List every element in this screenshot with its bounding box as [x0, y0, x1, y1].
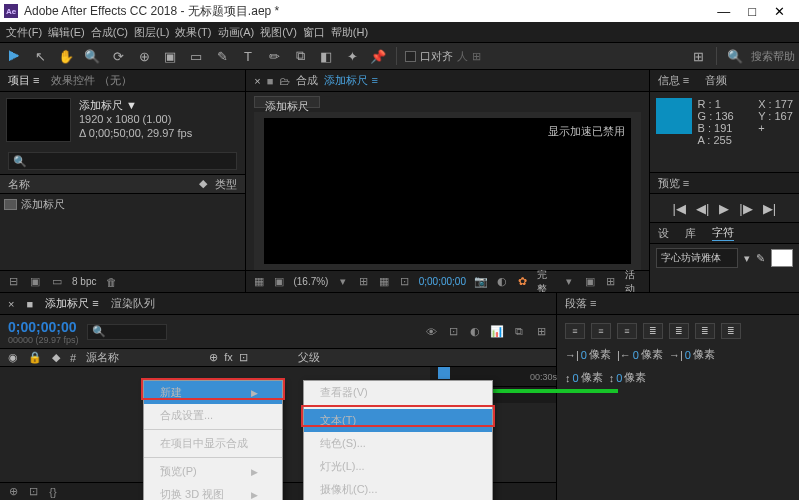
new-folder-icon[interactable]: ▣ [28, 275, 42, 289]
lock-icon[interactable]: ■ [267, 75, 274, 87]
project-search[interactable]: 🔍 [8, 152, 237, 170]
comp-subtab[interactable]: 添加标尺 [254, 96, 320, 108]
quality-dd-icon[interactable]: ▾ [563, 275, 576, 289]
tl-draft3d-icon[interactable]: ⧉ [512, 325, 526, 339]
tl-graph-icon[interactable]: 📊 [490, 325, 504, 339]
timeline-search[interactable]: 🔍 [87, 324, 167, 340]
tab-audio[interactable]: 音频 [705, 73, 727, 88]
justify-all-icon[interactable]: ≣ [721, 323, 741, 339]
ctx-show-in-project[interactable]: 在项目中显示合成 [144, 432, 282, 455]
tl-frame-blend-icon[interactable]: ⊡ [446, 325, 460, 339]
workspace-icon[interactable]: ⊞ [688, 46, 708, 66]
mask-icon[interactable]: ▣ [273, 275, 286, 289]
label-col-icon[interactable]: ◆ [52, 351, 60, 364]
menu-composition[interactable]: 合成(C) [91, 25, 128, 40]
tl-close-icon[interactable]: × [8, 298, 14, 310]
ctx-viewer[interactable]: 查看器(V) [304, 381, 492, 404]
text-tool-icon[interactable]: T [238, 46, 258, 66]
eye-col-icon[interactable]: ◉ [8, 351, 18, 364]
ctx-comp-settings[interactable]: 合成设置... [144, 404, 282, 427]
layer-toggle-icon[interactable]: × [254, 75, 260, 87]
grid-icon[interactable]: ▦ [378, 275, 391, 289]
lock-col-icon[interactable]: 🔒 [28, 351, 42, 364]
puppet-tool-icon[interactable]: 📌 [368, 46, 388, 66]
snap-toggle[interactable]: 口对齐 人 ⊞ [405, 49, 481, 64]
ctx-switch-3d[interactable]: 切换 3D 视图▶ [144, 483, 282, 500]
bpc-label[interactable]: 8 bpc [72, 276, 96, 287]
roto-tool-icon[interactable]: ✦ [342, 46, 362, 66]
clone-tool-icon[interactable]: ⧉ [290, 46, 310, 66]
project-row[interactable]: 添加标尺 [0, 194, 245, 214]
snap-sub1-icon[interactable]: 人 [457, 49, 468, 64]
tab-library[interactable]: 库 [685, 226, 696, 241]
tab-project[interactable]: 项目 ≡ [8, 73, 39, 88]
menu-effect[interactable]: 效果(T) [175, 25, 211, 40]
indent-first[interactable]: |←0像素 [617, 347, 663, 362]
menu-window[interactable]: 窗口 [303, 25, 325, 40]
font-dd-icon[interactable]: ▾ [744, 252, 750, 265]
fx-col-icon[interactable]: fx [224, 351, 233, 364]
delete-icon[interactable]: 🗑 [104, 275, 118, 289]
toggle-modes-icon[interactable]: ⊡ [26, 485, 40, 499]
ctx-light[interactable]: 灯光(L)... [304, 455, 492, 478]
fill-color[interactable] [771, 249, 793, 267]
source-name-col[interactable]: 源名称 [86, 350, 119, 365]
tl-tab-render[interactable]: 渲染队列 [111, 296, 155, 311]
show-snapshot-icon[interactable]: ◐ [496, 275, 509, 289]
align-left-icon[interactable]: ≡ [565, 323, 585, 339]
align-center-icon[interactable]: ≡ [591, 323, 611, 339]
align-right-icon[interactable]: ≡ [617, 323, 637, 339]
snap-sub2-icon[interactable]: ⊞ [472, 50, 481, 63]
font-select[interactable]: 字心坊诗雅体 [656, 248, 738, 268]
ctx-text[interactable]: 文本(T) [304, 409, 492, 432]
brush-tool-icon[interactable]: ✏ [264, 46, 284, 66]
tab-character[interactable]: 字符 [712, 225, 734, 241]
menu-view[interactable]: 视图(V) [260, 25, 297, 40]
anchor-tool-icon[interactable]: ▣ [160, 46, 180, 66]
space-before[interactable]: ↕0像素 [565, 370, 603, 385]
justify-left-icon[interactable]: ≣ [643, 323, 663, 339]
hand-tool-icon[interactable]: ✋ [56, 46, 76, 66]
minimize-button[interactable]: — [717, 4, 730, 19]
justify-right-icon[interactable]: ≣ [695, 323, 715, 339]
toggle-in-out-icon[interactable]: {} [46, 485, 60, 499]
menu-file[interactable]: 文件(F) [6, 25, 42, 40]
orbit-tool-icon[interactable]: ⟳ [108, 46, 128, 66]
trans-grid-icon[interactable]: ⊞ [604, 275, 617, 289]
ctx-solid[interactable]: 纯色(S)... [304, 432, 492, 455]
last-frame-icon[interactable]: ▶| [763, 201, 776, 216]
selection-tool-icon[interactable]: ↖ [30, 46, 50, 66]
indent-right[interactable]: →|0像素 [669, 347, 715, 362]
ctx-new[interactable]: 新建▶ [144, 381, 282, 404]
toggle-switches-icon[interactable]: ⊕ [6, 485, 20, 499]
eyedropper-icon[interactable]: ✎ [756, 252, 765, 265]
snapshot-icon[interactable]: 📷 [474, 275, 488, 289]
menu-edit[interactable]: 编辑(E) [48, 25, 85, 40]
menu-help[interactable]: 帮助(H) [331, 25, 368, 40]
eraser-tool-icon[interactable]: ◧ [316, 46, 336, 66]
first-frame-icon[interactable]: |◀ [673, 201, 686, 216]
maximize-button[interactable]: □ [748, 4, 756, 19]
tl-collapse-icon[interactable]: ⊞ [534, 325, 548, 339]
tl-shy-icon[interactable]: 👁 [424, 325, 438, 339]
viewer-time[interactable]: 0;00;00;00 [419, 276, 466, 287]
timeline-timecode[interactable]: 0;00;00;00 [8, 319, 79, 335]
tl-motion-blur-icon[interactable]: ◐ [468, 325, 482, 339]
guides-icon[interactable]: ⊞ [357, 275, 370, 289]
alpha-icon[interactable]: ▦ [252, 275, 265, 289]
tab-info[interactable]: 信息 ≡ [658, 73, 689, 88]
project-col-type[interactable]: 类型 [215, 177, 237, 192]
interpret-icon[interactable]: ⊟ [6, 275, 20, 289]
color-mgmt-icon[interactable]: ✿ [517, 275, 530, 289]
close-button[interactable]: ✕ [774, 4, 785, 19]
justify-center-icon[interactable]: ≣ [669, 323, 689, 339]
ctx-camera[interactable]: 摄像机(C)... [304, 478, 492, 500]
playhead-icon[interactable] [438, 367, 450, 379]
pen-tool-icon[interactable]: ✎ [212, 46, 232, 66]
indent-left[interactable]: →|0像素 [565, 347, 611, 362]
menu-animation[interactable]: 动画(A) [218, 25, 255, 40]
tag-icon[interactable]: ◆ [199, 177, 207, 192]
menu-layer[interactable]: 图层(L) [134, 25, 169, 40]
space-after[interactable]: ↕0像素 [609, 370, 647, 385]
home-icon[interactable]: ⯈ [4, 46, 24, 66]
